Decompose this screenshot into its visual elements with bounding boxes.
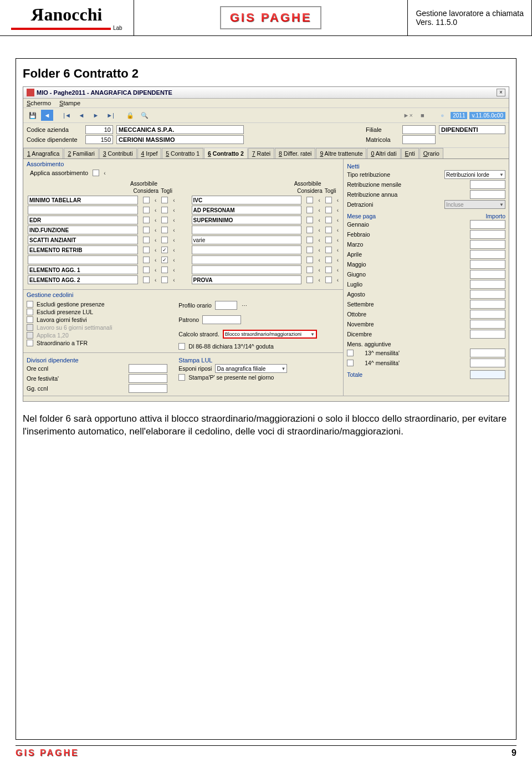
element-name-field[interactable] — [28, 206, 138, 214]
togli-checkbox[interactable] — [161, 207, 168, 213]
considera-checkbox[interactable] — [306, 267, 313, 273]
tab[interactable]: 0 Altri dati — [367, 148, 400, 158]
mese-importo-field[interactable] — [470, 260, 505, 269]
togli-checkbox[interactable] — [161, 267, 168, 273]
tab[interactable]: 5 Contratto 1 — [162, 148, 203, 158]
mese-importo-field[interactable] — [470, 240, 505, 249]
dipendente-nome-field[interactable]: CERIONI MASSIMO — [116, 135, 244, 144]
togli-checkbox[interactable]: ✓ — [161, 257, 168, 263]
calcolo-straord-select[interactable]: Blocco straordinario/maggiorazioni — [223, 330, 317, 339]
togli-checkbox[interactable] — [325, 207, 332, 213]
element-name-field[interactable] — [192, 226, 302, 234]
element-name-field[interactable] — [192, 265, 302, 274]
mese-importo-field[interactable] — [470, 280, 505, 289]
togli-checkbox[interactable] — [325, 227, 332, 233]
prev-icon[interactable]: ◄ — [75, 110, 88, 121]
mese-importo-field[interactable] — [470, 330, 505, 339]
considera-checkbox[interactable] — [143, 197, 150, 203]
codice-dipendente-field[interactable]: 150 — [85, 135, 113, 144]
m13-field[interactable] — [470, 349, 505, 357]
togli-checkbox[interactable] — [325, 247, 332, 253]
mese-importo-field[interactable] — [470, 300, 505, 309]
togli-checkbox[interactable] — [325, 277, 332, 283]
cedolini-checkbox[interactable] — [27, 340, 33, 346]
close-icon[interactable]: × — [497, 89, 505, 96]
cedolini-checkbox[interactable] — [27, 316, 33, 323]
divisori-field[interactable] — [129, 374, 167, 383]
play-end-icon[interactable]: ►× — [402, 110, 414, 121]
mese-importo-field[interactable] — [470, 320, 505, 329]
last-icon[interactable]: ►| — [104, 110, 116, 121]
m14-field[interactable] — [470, 359, 505, 367]
mese-importo-field[interactable] — [470, 250, 505, 259]
togli-checkbox[interactable] — [325, 257, 332, 263]
togli-checkbox[interactable] — [325, 217, 332, 223]
considera-checkbox[interactable] — [143, 277, 150, 283]
considera-checkbox[interactable] — [143, 237, 150, 243]
divisori-field[interactable] — [129, 364, 167, 373]
considera-checkbox[interactable] — [143, 247, 150, 253]
back-icon[interactable]: ◄ — [41, 110, 53, 121]
matricola-field[interactable] — [402, 135, 436, 144]
togli-checkbox[interactable] — [325, 267, 332, 273]
element-name-field[interactable] — [28, 255, 138, 264]
lock-icon[interactable]: 🔒 — [124, 110, 136, 121]
togli-checkbox[interactable] — [161, 227, 168, 233]
tab[interactable]: 6 Contratto 2 — [204, 148, 248, 158]
search-icon[interactable]: 🔍 — [139, 110, 151, 121]
element-name-field[interactable]: varie — [192, 236, 302, 244]
tab[interactable]: Orario — [420, 148, 443, 158]
element-name-field[interactable]: AD PERSONAM — [192, 206, 302, 214]
togli-checkbox[interactable] — [325, 237, 332, 243]
element-name-field[interactable]: ELEMENTO RETRIB — [28, 245, 138, 254]
divisori-field[interactable] — [129, 384, 167, 393]
considera-checkbox[interactable] — [306, 247, 313, 253]
next-icon[interactable]: ► — [90, 110, 102, 121]
dots-icon[interactable]: ⋯ — [242, 303, 247, 309]
tab[interactable]: 1 Anagrafica — [23, 148, 63, 158]
element-name-field[interactable] — [192, 255, 302, 264]
considera-checkbox[interactable] — [306, 227, 313, 233]
applica-assorbimento-checkbox[interactable] — [93, 170, 99, 176]
esponi-riposi-select[interactable]: Da anagrafica filiale — [215, 364, 287, 373]
considera-checkbox[interactable] — [306, 207, 313, 213]
togli-checkbox[interactable]: ✓ — [161, 247, 168, 253]
considera-checkbox[interactable] — [306, 217, 313, 223]
tab[interactable]: 9 Altre trattenute — [316, 148, 366, 158]
profilo-orario-field[interactable] — [215, 301, 237, 310]
tab[interactable]: 2 Familiari — [64, 148, 98, 158]
tab[interactable]: 4 Irpef — [137, 148, 162, 158]
tipo-retribuzione-select[interactable]: Retribuzioni lorde — [444, 170, 505, 179]
stampa-p-checkbox[interactable] — [178, 374, 185, 381]
considera-checkbox[interactable] — [306, 237, 313, 243]
tab[interactable]: 8 Differ. ratei — [275, 148, 315, 158]
mese-importo-field[interactable] — [470, 290, 505, 299]
element-name-field[interactable]: MINIMO TABELLAR — [28, 196, 138, 204]
app-menubar[interactable]: Schermo Stampe — [23, 99, 509, 108]
considera-checkbox[interactable] — [306, 277, 313, 283]
element-name-field[interactable]: ELEMENTO AGG. 1 — [28, 265, 138, 274]
codice-azienda-field[interactable]: 10 — [85, 125, 113, 134]
element-name-field[interactable]: IVC — [192, 196, 302, 204]
togli-checkbox[interactable] — [161, 277, 168, 283]
considera-checkbox[interactable] — [143, 267, 150, 273]
element-name-field[interactable]: SUPERMINIMO — [192, 216, 302, 224]
element-name-field[interactable]: IND.FUNZIONE — [28, 226, 138, 234]
element-name-field[interactable]: SCATTI ANZIANIT — [28, 236, 138, 244]
considera-checkbox[interactable] — [143, 227, 150, 233]
dl-86-88-checkbox[interactable] — [178, 343, 185, 350]
considera-checkbox[interactable] — [306, 197, 313, 203]
togli-checkbox[interactable] — [161, 237, 168, 243]
cedolini-checkbox[interactable] — [27, 301, 33, 308]
togli-checkbox[interactable] — [325, 197, 332, 203]
retr-annua-field[interactable] — [470, 190, 505, 199]
cedolini-checkbox[interactable] — [27, 309, 33, 315]
considera-checkbox[interactable] — [143, 217, 150, 223]
bullet-icon[interactable]: ● — [436, 110, 448, 121]
tab[interactable]: 3 Contributi — [99, 148, 137, 158]
tab[interactable]: 7 Ratei — [248, 148, 274, 158]
mese-importo-field[interactable] — [470, 270, 505, 279]
element-name-field[interactable]: ELEMENTO AGG. 2 — [28, 275, 138, 284]
mese-importo-field[interactable] — [470, 310, 505, 319]
tab[interactable]: Enti — [401, 148, 419, 158]
